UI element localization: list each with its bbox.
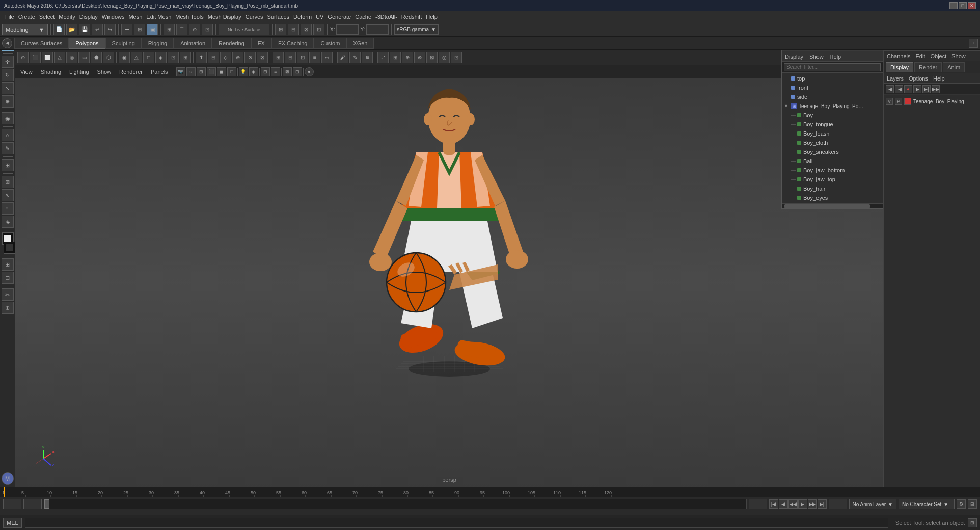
layer-v-btn[interactable]: V <box>886 98 893 105</box>
coord-y-input[interactable]: 1.00 <box>366 24 389 35</box>
outliner-search-input[interactable] <box>784 63 881 71</box>
shadow-btn[interactable]: ◈ <box>249 67 258 76</box>
connect-tool[interactable]: ⊠ <box>257 52 268 63</box>
separate-tool[interactable]: ⊗ <box>414 52 425 63</box>
wireframe-btn[interactable]: ⊞ <box>197 67 206 76</box>
menu-help[interactable]: Help <box>424 13 440 21</box>
layer-prev-btn[interactable]: ◀ <box>886 85 894 93</box>
tab-fx[interactable]: FX <box>251 38 271 49</box>
minimize-button[interactable]: — <box>949 2 958 9</box>
cube-tool[interactable]: ⬛ <box>30 52 41 63</box>
sym-tool[interactable]: ⊞ <box>390 52 401 63</box>
flat-shade-btn[interactable]: ◼ <box>217 67 226 76</box>
range-end-input[interactable]: 120 <box>749 499 767 509</box>
view-menu-renderer[interactable]: Renderer <box>117 68 145 76</box>
triangulate-tool[interactable]: △ <box>131 52 142 63</box>
toggle-shelf-btn[interactable]: ◀ <box>2 38 12 48</box>
layer-color-swatch[interactable] <box>904 98 911 105</box>
tab-animation[interactable]: Animation <box>174 38 212 49</box>
menu-display[interactable]: Display <box>77 13 100 21</box>
jiggle-tool-btn[interactable]: ≈ <box>2 202 14 215</box>
menu-3dto[interactable]: -3DtoAll- <box>373 13 399 21</box>
outliner-menu-display[interactable]: Display <box>785 54 803 60</box>
tab-polygons[interactable]: Polygons <box>69 38 105 49</box>
maya-icon-btn[interactable]: M <box>2 472 14 485</box>
script-mode-selector[interactable]: MEL <box>3 518 22 528</box>
status-icon-1[interactable]: ⊞ <box>968 518 977 527</box>
poly-display-btn[interactable]: ⊞ <box>275 24 286 35</box>
anim-layer-select[interactable]: No Anim Layer ▼ <box>849 499 897 509</box>
bridge-tool[interactable]: ⊟ <box>208 52 219 63</box>
target-weld-tool[interactable]: ⊗ <box>244 52 256 63</box>
paint-sel-tool[interactable]: 🖌 <box>337 52 348 63</box>
view-menu-shading[interactable]: Shading <box>39 68 63 76</box>
tab-display[interactable]: Display <box>886 62 913 72</box>
view-menu-panels[interactable]: Panels <box>149 68 170 76</box>
outliner-item-boy-tongue[interactable]: — Boy_tongue <box>782 120 883 129</box>
menu-select[interactable]: Select <box>37 13 57 21</box>
snap-point-btn[interactable]: ⊙ <box>189 24 200 35</box>
menu-file[interactable]: File <box>3 13 16 21</box>
smooth-shade-btn[interactable]: ⬛ <box>207 67 216 76</box>
grid-toggle-btn[interactable]: ⊟ <box>261 67 270 76</box>
color-bg-btn[interactable] <box>4 242 16 254</box>
cb-menu-channels[interactable]: Channels <box>887 53 910 59</box>
bool-tool[interactable]: ⊠ <box>426 52 438 63</box>
cleanup-tool[interactable]: ⊞ <box>180 52 191 63</box>
menu-mesh[interactable]: Mesh <box>126 13 144 21</box>
view-menu-lighting[interactable]: Lighting <box>67 68 91 76</box>
viewport[interactable]: X Y Z persp <box>15 78 883 487</box>
move-tool-btn[interactable]: ✛ <box>2 56 14 68</box>
outliner-item-boy-hair[interactable]: — Boy_hair <box>782 184 883 193</box>
no-live-btn[interactable]: No Live Surface <box>219 24 269 35</box>
outliner-item-front[interactable]: front <box>782 83 883 92</box>
transfer-tool[interactable]: ⊡ <box>451 52 462 63</box>
save-file-btn[interactable]: 💾 <box>79 24 90 35</box>
extrude-tool[interactable]: ⬆ <box>196 52 207 63</box>
redo-btn[interactable]: ↪ <box>104 24 116 35</box>
current-frame-input[interactable]: 1 <box>3 499 21 509</box>
layer-row-boy[interactable]: V P Teenage_Boy_Playing_ <box>886 96 978 107</box>
outliner-item-boy-jaw-bottom[interactable]: — Boy_jaw_bottom <box>782 166 883 175</box>
mode-selector[interactable]: Modeling ▼ <box>2 24 48 35</box>
bounding-box-btn[interactable]: □ <box>227 67 236 76</box>
new-file-btn[interactable]: 📄 <box>53 24 65 35</box>
layer-menu-options[interactable]: Options <box>909 75 928 82</box>
smooth-tool[interactable]: ◉ <box>119 52 130 63</box>
outliner-item-boy-jaw-top[interactable]: — Boy_jaw_top <box>782 175 883 184</box>
show-manip-btn[interactable]: ⊞ <box>2 159 14 171</box>
bevel-tool[interactable]: ◇ <box>220 52 231 63</box>
outliner-item-boy[interactable]: — Boy <box>782 111 883 120</box>
layer-next-btn[interactable]: ▶ <box>913 85 921 93</box>
menu-surfaces[interactable]: Surfaces <box>265 13 291 21</box>
outliner-item-boy-sneakers[interactable]: — Boy_sneakers <box>782 147 883 156</box>
cb-menu-object[interactable]: Object <box>930 53 946 59</box>
outliner-item-ball[interactable]: — Ball <box>782 156 883 166</box>
offset-edge-loop-tool[interactable]: ⊟ <box>285 52 296 63</box>
menu-curves[interactable]: Curves <box>243 13 265 21</box>
menu-redshift[interactable]: Redshift <box>399 13 424 21</box>
soft-sel-btn[interactable]: ◉ <box>2 112 14 124</box>
outliner-item-side[interactable]: side <box>782 92 883 101</box>
insert-edge-loop-tool[interactable]: ⊞ <box>273 52 284 63</box>
grid-display-btn[interactable]: ⊞ <box>2 258 14 271</box>
tab-rendering[interactable]: Rendering <box>212 38 251 49</box>
open-file-btn[interactable]: 📂 <box>66 24 77 35</box>
isolate-btn[interactable]: ○ <box>186 67 196 76</box>
maximize-button[interactable]: □ <box>959 2 967 9</box>
coord-x-input[interactable]: 0.00 <box>336 24 359 35</box>
menu-deform[interactable]: Deform <box>291 13 314 21</box>
mirror-tool[interactable]: ⇌ <box>377 52 389 63</box>
plane-tool[interactable]: ▭ <box>78 52 90 63</box>
menu-generate[interactable]: Generate <box>325 13 353 21</box>
poly-display-btn4[interactable]: ⊡ <box>313 24 324 35</box>
slide-edge-tool[interactable]: ⇔ <box>321 52 333 63</box>
tab-custom[interactable]: Custom <box>314 38 346 49</box>
tab-xgen[interactable]: XGen <box>346 38 374 49</box>
layer-menu-layers[interactable]: Layers <box>887 75 904 82</box>
close-button[interactable]: ✕ <box>968 2 976 9</box>
combine-tool[interactable]: ⊕ <box>402 52 413 63</box>
outliner-item-scene[interactable]: ▼ ⊞ Teenage_Boy_Playing_Pose_nc1_ <box>782 101 883 111</box>
play-first-btn[interactable]: |◀ <box>769 499 778 509</box>
outliner-menu-show[interactable]: Show <box>809 54 824 60</box>
